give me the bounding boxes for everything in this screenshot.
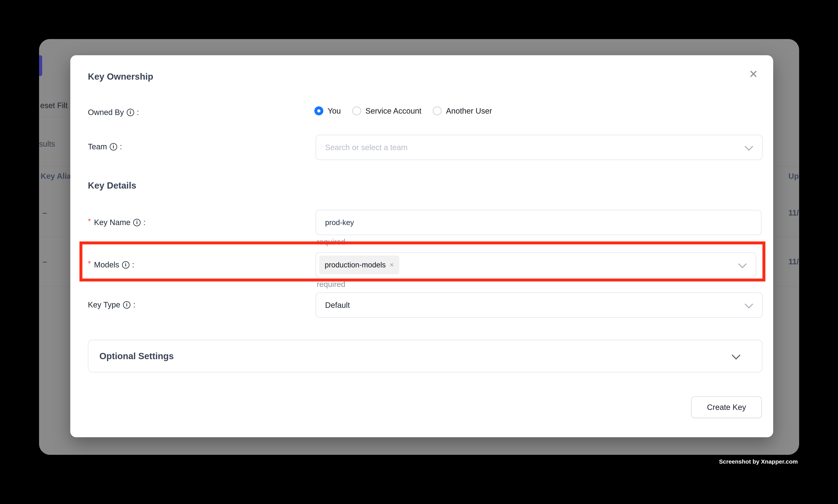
model-tag-label: production-models	[325, 261, 386, 269]
models-label-text: Models	[94, 260, 119, 269]
chevron-down-icon	[745, 300, 753, 309]
radio-option-service-account[interactable]: Service Account	[352, 106, 422, 115]
key-type-select[interactable]: Default	[316, 292, 763, 318]
radio-selected-icon[interactable]	[314, 106, 323, 115]
radio-option-another-user[interactable]: Another User	[433, 106, 492, 115]
background-blue-button-fragment	[39, 55, 42, 76]
remove-tag-icon[interactable]: ×	[390, 261, 394, 269]
watermark-text: Screenshot by Xnapper.com	[719, 458, 798, 465]
radio-option-label: Another User	[446, 107, 492, 115]
model-tag: production-models ×	[319, 255, 399, 274]
team-label-text: Team	[88, 142, 107, 151]
radio-unselected-icon[interactable]	[433, 106, 442, 115]
table-row-alias: –	[42, 257, 47, 266]
team-select-placeholder: Search or select a team	[316, 143, 408, 152]
close-icon[interactable]: ✕	[747, 67, 760, 81]
radio-option-label: You	[327, 107, 341, 115]
chevron-down-icon	[745, 142, 753, 151]
team-select[interactable]: Search or select a team	[316, 135, 763, 160]
colon: :	[132, 260, 134, 269]
key-name-validation: required	[317, 237, 345, 246]
info-icon: i	[122, 261, 129, 269]
create-key-modal: Key Ownership ✕ Owned By i : You Service…	[70, 55, 773, 437]
chevron-down-icon	[738, 260, 747, 268]
background-column-key-alias: Key Alia	[41, 172, 71, 181]
radio-option-label: Service Account	[365, 107, 422, 115]
info-icon: i	[110, 143, 117, 150]
key-name-field-wrap	[316, 210, 762, 235]
optional-settings-title: Optional Settings	[88, 351, 174, 361]
owned-by-label-text: Owned By	[88, 108, 124, 117]
radio-option-you[interactable]: You	[314, 106, 341, 115]
divider	[39, 116, 72, 117]
key-type-selected-value: Default	[316, 301, 350, 310]
table-row-updated: 11/	[788, 209, 799, 217]
colon: :	[143, 218, 145, 227]
required-asterisk: *	[88, 217, 91, 226]
table-row-alias: –	[42, 209, 47, 217]
table-row-updated: 11/	[788, 257, 799, 266]
chevron-down-icon	[732, 351, 741, 360]
key-name-label-text: Key Name	[94, 218, 131, 227]
required-asterisk: *	[88, 259, 91, 268]
owned-by-radio-group: You Service Account Another User	[314, 106, 492, 115]
team-label: Team i :	[88, 142, 122, 151]
optional-settings-header[interactable]: Optional Settings	[88, 340, 763, 373]
owned-by-label: Owned By i :	[88, 108, 139, 117]
key-details-title: Key Details	[88, 180, 136, 191]
background-column-updated: Up	[788, 172, 799, 181]
background-reset-filters-partial: eset Filt	[40, 101, 68, 110]
key-name-label: * Key Name i :	[88, 218, 145, 227]
background-results-partial: sults	[39, 140, 55, 148]
key-type-label: Key Type i :	[88, 301, 135, 309]
info-icon: i	[127, 109, 134, 116]
models-validation: required	[317, 280, 345, 289]
info-icon: i	[133, 219, 141, 226]
key-name-input[interactable]	[316, 210, 761, 235]
colon: :	[120, 142, 122, 151]
dimmed-background-window: eset Filt sults Key Alia Up – 11/ – 11/ …	[39, 39, 799, 455]
colon: :	[137, 108, 139, 117]
models-multiselect[interactable]: production-models ×	[316, 252, 756, 277]
colon: :	[133, 301, 135, 309]
key-type-label-text: Key Type	[88, 301, 120, 309]
info-icon: i	[123, 301, 130, 309]
create-key-button[interactable]: Create Key	[691, 396, 762, 418]
radio-unselected-icon[interactable]	[352, 106, 361, 115]
modal-title: Key Ownership	[88, 71, 153, 82]
models-label: * Models i :	[88, 260, 134, 269]
